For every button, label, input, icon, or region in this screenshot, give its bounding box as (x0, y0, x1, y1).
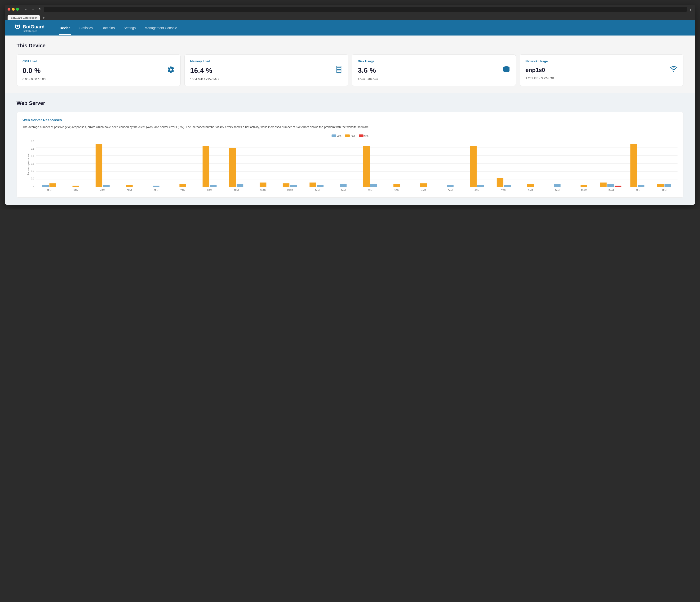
url-input[interactable] (44, 7, 687, 12)
svg-point-0 (17, 25, 19, 27)
back-button[interactable]: ← (23, 7, 29, 12)
svg-rect-54 (638, 185, 644, 187)
logo-area: BotGuard GateKeeper (14, 23, 45, 32)
memory-icon (335, 66, 342, 75)
x-tick-10: 12AM (303, 189, 330, 192)
y-tick-4: 0.4 (31, 155, 34, 158)
svg-rect-34 (290, 185, 297, 187)
disk-usage-sub: 6 GB / 181 GB (358, 77, 510, 80)
x-tick-21: 11AM (597, 189, 624, 192)
forward-button[interactable]: → (30, 7, 36, 12)
memory-load-card: Memory Load 16.4 % (184, 54, 348, 86)
nav-statistics[interactable]: Statistics (78, 21, 94, 35)
cpu-load-value: 0.0 % (23, 67, 41, 75)
svg-rect-40 (393, 184, 400, 187)
address-bar-area: ← → ↻ (23, 7, 687, 12)
svg-rect-55 (657, 184, 664, 187)
x-tick-16: 6AM (464, 189, 490, 192)
cpu-load-label: CPU Load (23, 59, 175, 63)
y-tick-6: 0.6 (31, 140, 34, 143)
x-tick-14: 4AM (410, 189, 437, 192)
svg-point-12 (503, 70, 509, 72)
disk-usage-main: 3.6 % (358, 66, 510, 75)
svg-rect-32 (259, 183, 266, 187)
x-tick-17: 7AM (490, 189, 517, 192)
y-tick-5: 0.5 (31, 147, 34, 150)
svg-rect-31 (236, 184, 243, 187)
y-axis-label: Requests per second (27, 153, 30, 175)
svg-rect-26 (153, 186, 159, 187)
svg-rect-43 (470, 146, 477, 187)
svg-rect-2 (337, 66, 341, 68)
legend-2xx-dot (331, 135, 336, 137)
memory-load-value: 16.4 % (190, 67, 212, 75)
y-tick-0: 0 (33, 185, 34, 187)
window-controls (7, 8, 19, 11)
nav-domains[interactable]: Domains (101, 21, 116, 35)
svg-rect-22 (72, 186, 79, 187)
refresh-button[interactable]: ↻ (38, 7, 43, 12)
chart-legend: 2xx 4xx 5xx (23, 134, 677, 137)
active-tab[interactable]: BotGuard GateKeeper (7, 15, 40, 20)
svg-rect-21 (49, 183, 56, 187)
brand-name: BotGuard (23, 24, 45, 30)
x-tick-11: 1AM (330, 189, 357, 192)
svg-rect-56 (665, 184, 671, 187)
y-tick-1: 0.1 (31, 177, 34, 180)
chart-svg (36, 140, 677, 187)
nav-settings[interactable]: Settings (123, 21, 137, 35)
svg-rect-46 (504, 185, 511, 187)
device-section-title: This Device (17, 43, 683, 49)
webserver-section-title: Web Server (17, 100, 683, 106)
x-tick-23: 1PM (651, 189, 677, 192)
x-tick-22: 12PM (624, 189, 651, 192)
close-button[interactable] (7, 8, 10, 11)
svg-rect-25 (126, 185, 132, 187)
x-tick-0: 2PM (36, 189, 62, 192)
x-tick-15: 5AM (437, 189, 464, 192)
x-tick-1: 3PM (62, 189, 89, 192)
network-usage-main: enp1s0 (526, 66, 678, 74)
nav-management-console[interactable]: Management Console (144, 21, 178, 35)
navbar: BotGuard GateKeeper Device Statistics Do… (5, 20, 695, 35)
svg-rect-53 (630, 144, 637, 187)
svg-rect-35 (309, 183, 316, 187)
x-tick-4: 6PM (143, 189, 170, 192)
network-usage-card: Network Usage enp1s0 1.232 GB / (520, 54, 684, 86)
x-axis: 2PM 3PM 4PM 5PM 6PM 7PM 8PM 9PM 10PM 11P… (23, 189, 677, 192)
x-tick-7: 9PM (223, 189, 250, 192)
legend-5xx-label: 5xx (365, 134, 369, 137)
legend-5xx-dot (359, 135, 364, 137)
x-tick-2: 4PM (89, 189, 116, 192)
y-tick-3: 0.3 (31, 162, 34, 165)
nav-device[interactable]: Device (59, 21, 71, 35)
x-tick-13: 3AM (383, 189, 410, 192)
minimize-button[interactable] (12, 8, 15, 11)
svg-rect-47 (527, 184, 534, 187)
browser-menu-icon[interactable]: ⋮ (689, 7, 693, 11)
chart-area: 2xx 4xx 5xx Re (23, 134, 677, 192)
legend-4xx: 4xx (345, 134, 355, 137)
svg-rect-24 (103, 185, 109, 187)
x-tick-12: 2AM (357, 189, 383, 192)
memory-load-main: 16.4 % (190, 66, 343, 75)
chart-with-axes: Requests per second 0.6 0.5 0.4 0.3 0.2 … (23, 140, 677, 188)
app-wrapper: BotGuard GateKeeper Device Statistics Do… (5, 20, 695, 205)
logo-brand: BotGuard (14, 23, 45, 30)
cards-row: CPU Load 0.0 % 0.00 / 0.00 / 0.00 Memory… (17, 54, 683, 86)
tab-title: BotGuard GateKeeper (11, 16, 37, 19)
legend-4xx-dot (345, 135, 350, 137)
nav-links: Device Statistics Domains Settings Manag… (59, 21, 178, 35)
new-tab-button[interactable]: + (41, 16, 46, 20)
maximize-button[interactable] (16, 8, 19, 11)
svg-rect-41 (420, 183, 427, 187)
svg-rect-45 (497, 178, 503, 187)
tab-bar: BotGuard GateKeeper + (5, 14, 695, 20)
network-usage-value: enp1s0 (526, 67, 545, 73)
cpu-load-card: CPU Load 0.0 % 0.00 / 0.00 / 0.00 (17, 54, 180, 86)
legend-4xx-label: 4xx (351, 134, 355, 137)
y-tick-2: 0.2 (31, 170, 34, 172)
svg-rect-52 (615, 186, 621, 187)
svg-rect-3 (337, 68, 341, 69)
svg-rect-5 (337, 71, 341, 72)
